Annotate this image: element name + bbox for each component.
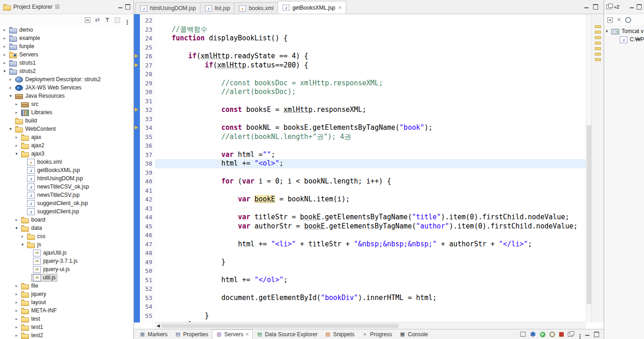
tree-item-data[interactable]: ▾data: [0, 224, 133, 232]
tree-item-suggestclient-ok-jsp[interactable]: suggestClient_ok.jsp: [0, 199, 133, 207]
focus-icon[interactable]: [115, 17, 120, 23]
tree-item-deployment-descriptor-struts2[interactable]: ▸Deployment Descriptor: struts2: [0, 75, 133, 83]
expand-arrow[interactable]: ▸: [14, 217, 19, 222]
expand-arrow[interactable]: ▾: [8, 127, 13, 131]
overflow-icon[interactable]: [579, 334, 581, 335]
code-line-25[interactable]: [155, 43, 586, 52]
close-icon[interactable]: ☒: [55, 4, 60, 10]
occurrence-marker-icon[interactable]: [135, 108, 138, 111]
code-line-46[interactable]: [155, 231, 586, 240]
expand-arrow[interactable]: ▸: [14, 135, 19, 139]
line-number-gutter[interactable]: 2223242526272829303132333435363738394041…: [140, 14, 155, 322]
scrollbar-thumb[interactable]: [587, 125, 591, 304]
tree-item-java-resources[interactable]: ▾Java Resources: [0, 92, 133, 100]
tree-item-src[interactable]: ▸src: [0, 100, 133, 108]
code-line-54[interactable]: [155, 302, 586, 311]
code-line-55[interactable]: }: [155, 311, 586, 321]
expand-arrow[interactable]: ▸: [2, 52, 7, 57]
expand-arrow[interactable]: ▸: [8, 77, 13, 82]
tree-item-struts2[interactable]: ▾struts2: [0, 67, 133, 75]
tree-item-ajax[interactable]: ▸ajax: [0, 133, 133, 141]
expand-arrow[interactable]: ▸: [2, 28, 7, 32]
code-line-51[interactable]: html += "</ol>";: [155, 276, 586, 285]
expand-arrow[interactable]: ▸: [14, 333, 19, 338]
code-line-30[interactable]: //alert(booksDoc);: [155, 88, 586, 97]
occurrence-marker-icon[interactable]: [135, 54, 138, 58]
annotation-ruler[interactable]: [134, 14, 140, 322]
run-icon[interactable]: [540, 332, 545, 337]
tree-item-funple[interactable]: ▸funple: [0, 42, 133, 50]
tree-item-suggestclient-jsp[interactable]: suggestClient.jsp: [0, 207, 133, 216]
tree-item-books-xml[interactable]: books.xml: [0, 158, 133, 166]
expand-arrow[interactable]: ▸: [8, 85, 13, 90]
code-line-36[interactable]: [155, 141, 586, 150]
expand-arrow[interactable]: ▸: [14, 300, 19, 305]
tree-item-jquery[interactable]: ▸jquery: [0, 290, 133, 298]
overview-mark[interactable]: [595, 58, 601, 61]
tree-item-newstitlecsv-ok-jsp[interactable]: newsTitleCSV_ok.jsp: [0, 183, 133, 191]
code-line-47[interactable]: html += "<li>" + titleStr + "&nbsp;&nbsp…: [155, 240, 586, 249]
tree-item-server-path[interactable]: C:₩Pro: [604, 35, 644, 44]
view-tab-snippets[interactable]: ▨Snippets: [321, 329, 358, 339]
code-content[interactable]: //콜백함수 function displayBookList() { if(x…: [155, 14, 586, 322]
occurrence-marker-icon[interactable]: [135, 63, 138, 67]
maximize-icon[interactable]: [593, 4, 598, 10]
tree-item-demo[interactable]: ▸demo: [0, 26, 133, 34]
overview-ruler[interactable]: [591, 14, 604, 322]
tree-item-jax-ws-web-services[interactable]: ▸JAX-WS Web Services: [0, 83, 133, 92]
expand-arrow[interactable]: ▸: [2, 36, 7, 40]
horizontal-scrollbar[interactable]: ◀: [155, 322, 586, 329]
tree-item-jquery-3-7-1-js[interactable]: jquery-3.7.1.js: [0, 257, 133, 265]
link-with-editor-icon[interactable]: ⇄: [94, 17, 100, 23]
code-line-52[interactable]: [155, 284, 586, 294]
view-tab-console[interactable]: ▦Console: [396, 329, 432, 339]
expand-arrow[interactable]: ▸: [14, 143, 19, 148]
star-icon[interactable]: ✱: [530, 332, 536, 337]
gear-icon[interactable]: [550, 332, 555, 337]
tree-item-meta-inf[interactable]: ▸META-INF: [0, 306, 133, 315]
expand-arrow[interactable]: ▸: [14, 102, 19, 106]
maximize-icon[interactable]: [594, 332, 599, 337]
code-line-37[interactable]: var html ="";: [155, 150, 586, 160]
minimize-icon[interactable]: [118, 5, 123, 9]
tree-item-util-js[interactable]: util.js: [0, 273, 133, 282]
window-icon[interactable]: [520, 332, 526, 337]
code-line-48[interactable]: [155, 249, 586, 258]
maximize-icon[interactable]: [637, 4, 642, 10]
code-line-26[interactable]: if(xmlHttp.readyState == 4) {: [155, 52, 586, 61]
overview-mark[interactable]: [595, 53, 601, 56]
view-tab-markers[interactable]: ▦Markers: [136, 329, 171, 339]
minimize-icon[interactable]: [585, 332, 590, 337]
view-tab-servers[interactable]: ▥Servers×: [212, 329, 253, 339]
view-tab-progress[interactable]: »Progress: [358, 329, 396, 339]
tree-item-board[interactable]: ▸board: [0, 216, 133, 224]
minimize-icon[interactable]: [629, 5, 634, 9]
code-line-24[interactable]: function displayBookList() {: [155, 34, 586, 43]
view-tab-data-source-explorer[interactable]: ▤Data Source Explorer: [253, 329, 321, 339]
code-line-35[interactable]: //alert(bookNL.length+"권"); 4권: [155, 133, 586, 142]
overview-mark[interactable]: [595, 42, 601, 44]
scrollbar-thumb[interactable]: [161, 324, 399, 328]
editor-tab-list-jsp[interactable]: list.jsp: [200, 2, 234, 14]
tree-item-test[interactable]: ▸test: [0, 315, 133, 323]
code-line-39[interactable]: [155, 168, 586, 178]
expand-arrow[interactable]: ▸: [14, 110, 19, 115]
tree-item-file[interactable]: ▸file: [0, 282, 133, 290]
expand-arrow[interactable]: ▾: [14, 151, 19, 156]
view-tab-properties[interactable]: ▤Properties: [171, 329, 212, 339]
code-line-53[interactable]: document.getElementById("bookDiv").inner…: [155, 294, 586, 303]
overview-mark[interactable]: [595, 47, 601, 50]
code-line-33[interactable]: [155, 115, 586, 124]
code-line-23[interactable]: //콜백함수: [155, 25, 586, 34]
code-line-34[interactable]: const bookNL = booksE.getElementsByTagNa…: [155, 123, 586, 133]
code-line-50[interactable]: [155, 267, 586, 276]
code-line-44[interactable]: var titleStr = bookE.getElementsByTagNam…: [155, 213, 586, 222]
tree-item-servers[interactable]: ▸Servers: [0, 50, 133, 59]
code-line-43[interactable]: [155, 204, 586, 213]
code-line-40[interactable]: for (var i = 0; i < bookNL.length; i++) …: [155, 177, 586, 186]
editor-tab-htmlusingdom-jsp[interactable]: htmlUsingDOM.jsp: [135, 2, 200, 14]
project-explorer-tree[interactable]: ▸demo▸example▸funple▸Servers▸struts1▾str…: [0, 26, 133, 339]
clear-icon[interactable]: ×: [616, 17, 622, 23]
code-line-49[interactable]: }: [155, 258, 586, 267]
code-line-27[interactable]: if(xmlHttp.status==200) {: [155, 61, 586, 70]
